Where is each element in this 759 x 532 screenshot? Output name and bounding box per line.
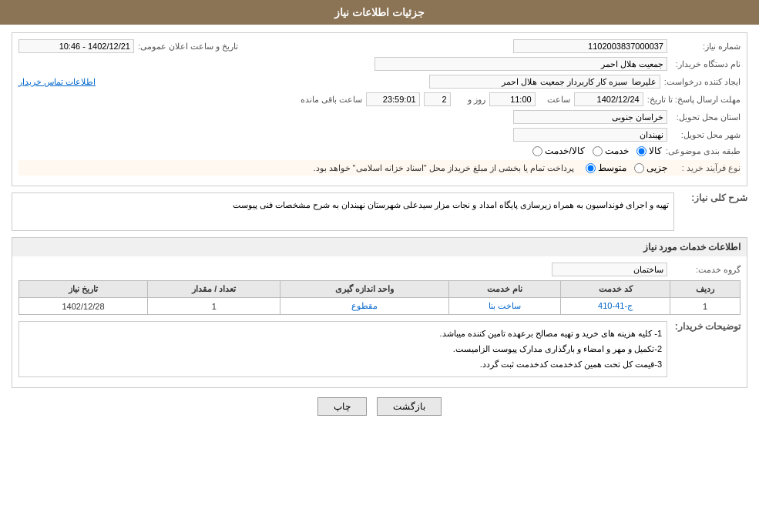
description-text: تهیه و اجرای فونداسیون به همراه زیرسازی … bbox=[233, 200, 669, 209]
process-motavasset-item: متوسط bbox=[586, 162, 626, 173]
process-jozi-item: جزیی bbox=[634, 162, 667, 173]
category-both-radio[interactable] bbox=[532, 146, 542, 156]
buyer-notes-box: 1- کلیه هزینه های خرید و تهیه مصالح برعه… bbox=[18, 321, 667, 377]
deadline-date-input[interactable] bbox=[574, 92, 643, 106]
row-need-number: شماره نیاز: تاریخ و ساعت اعلان عمومی: bbox=[18, 39, 741, 53]
services-title: اطلاعات خدمات مورد نیاز bbox=[12, 237, 747, 256]
buyer-notes-label: توضیحات خریدار: bbox=[671, 321, 741, 332]
deadline-remaining-input[interactable] bbox=[366, 92, 420, 106]
buyer-note-1: 1- کلیه هزینه های خرید و تهیه مصالح برعه… bbox=[24, 326, 662, 342]
col-code: کد خدمت bbox=[560, 281, 670, 298]
cell-name[interactable]: ساخت بنا bbox=[449, 298, 561, 315]
deadline-remaining-label: ساعت باقی مانده bbox=[293, 95, 362, 105]
requester-label: ایجاد کننده درخواست: bbox=[664, 77, 741, 87]
category-label: طبقه بندی موضوعی: bbox=[666, 146, 741, 156]
need-number-label: شماره نیاز: bbox=[671, 42, 741, 52]
category-khedmat-item: خدمت bbox=[593, 146, 629, 156]
col-row: ردیف bbox=[670, 281, 741, 298]
deadline-time-label: ساعت bbox=[539, 95, 570, 105]
services-table-section: ردیف کد خدمت نام خدمت واحد اندازه گیری ت… bbox=[18, 280, 741, 315]
process-jozi-radio[interactable] bbox=[634, 163, 644, 173]
description-label: شرح کلی نیاز: bbox=[678, 192, 747, 203]
deadline-time-input[interactable] bbox=[489, 92, 536, 106]
description-box: تهیه و اجرای فونداسیون به همراه زیرسازی … bbox=[12, 192, 674, 231]
deadline-day-label: روز و bbox=[455, 95, 485, 105]
footer-buttons: بازگشت چاپ bbox=[12, 397, 747, 416]
process-note: پرداخت تمام یا بخشی از مبلغ خریداز محل "… bbox=[313, 163, 574, 173]
province-input[interactable] bbox=[513, 110, 667, 124]
category-both-item: کالا/خدمت bbox=[532, 146, 584, 156]
process-jozi-label: جزیی bbox=[646, 162, 667, 173]
category-kala-label: کالا bbox=[649, 146, 662, 156]
page-header: جزئیات اطلاعات نیاز bbox=[0, 0, 759, 25]
col-name: نام خدمت bbox=[449, 281, 561, 298]
cell-quantity: 1 bbox=[148, 298, 280, 315]
announcement-label: تاریخ و ساعت اعلان عمومی: bbox=[138, 42, 238, 52]
buyer-note-2: 2-تکمیل و مهر و امضاء و بارگذاری مدارک پ… bbox=[24, 342, 662, 357]
col-date: تاریخ نیاز bbox=[19, 281, 148, 298]
contact-info-link[interactable]: اطلاعات تماس خریدار bbox=[18, 77, 96, 87]
print-button[interactable]: چاپ bbox=[317, 397, 367, 416]
col-unit: واحد اندازه گیری bbox=[280, 281, 449, 298]
service-group-section: گروه خدمت: ردیف کد خدمت نام خدمت واحد ان… bbox=[12, 256, 747, 388]
buyer-note-3: 3-قیمت کل تحت همین کدخدمت کدخدمت ثبت گرد… bbox=[24, 357, 662, 373]
table-header-row: ردیف کد خدمت نام خدمت واحد اندازه گیری ت… bbox=[19, 281, 741, 298]
top-info-section: شماره نیاز: تاریخ و ساعت اعلان عمومی: نا… bbox=[12, 32, 747, 186]
service-group-label: گروه خدمت: bbox=[671, 265, 741, 275]
row-province: استان محل تحویل: bbox=[18, 110, 741, 124]
row-buying-org: نام دستگاه خریدار: bbox=[18, 57, 741, 71]
province-label: استان محل تحویل: bbox=[671, 112, 741, 122]
main-content: شماره نیاز: تاریخ و ساعت اعلان عمومی: نا… bbox=[0, 25, 759, 431]
deadline-days-input[interactable] bbox=[424, 92, 451, 106]
buying-org-label: نام دستگاه خریدار: bbox=[671, 59, 741, 69]
cell-date: 1402/12/28 bbox=[19, 298, 148, 315]
row-service-group: گروه خدمت: bbox=[18, 263, 741, 276]
category-radio-group: کالا خدمت کالا/خدمت bbox=[532, 146, 661, 156]
city-input[interactable] bbox=[513, 128, 667, 142]
cell-row: 1 bbox=[670, 298, 741, 315]
category-khedmat-label: خدمت bbox=[605, 146, 629, 156]
table-row: 1 ج-41-410 ساخت بنا مقطوع 1 1402/12/28 bbox=[19, 298, 741, 315]
requester-input[interactable] bbox=[429, 75, 660, 89]
category-khedmat-radio[interactable] bbox=[593, 146, 603, 156]
cell-unit[interactable]: مقطوع bbox=[280, 298, 449, 315]
deadline-label: مهلت ارسال پاسخ: تا تاریخ: bbox=[647, 95, 741, 105]
back-button[interactable]: بازگشت bbox=[377, 397, 442, 416]
row-category: طبقه بندی موضوعی: کالا خدمت کالا/خدمت bbox=[18, 146, 741, 156]
process-motavasset-label: متوسط bbox=[598, 162, 626, 173]
page-title: جزئیات اطلاعات نیاز bbox=[334, 6, 425, 18]
page-container: جزئیات اطلاعات نیاز شماره نیاز: تاریخ و … bbox=[0, 0, 759, 532]
row-description: شرح کلی نیاز: تهیه و اجرای فونداسیون به … bbox=[12, 192, 747, 231]
col-quantity: تعداد / مقدار bbox=[148, 281, 280, 298]
category-kala-radio[interactable] bbox=[636, 146, 646, 156]
row-city: شهر محل تحویل: bbox=[18, 128, 741, 142]
process-radio-group: جزیی متوسط bbox=[586, 162, 667, 173]
process-label: نوع فرآیند خرید : bbox=[671, 163, 741, 173]
service-group-input[interactable] bbox=[552, 263, 667, 276]
process-motavasset-radio[interactable] bbox=[586, 163, 596, 173]
buying-org-input[interactable] bbox=[374, 57, 667, 71]
need-number-input[interactable] bbox=[513, 39, 667, 53]
services-table: ردیف کد خدمت نام خدمت واحد اندازه گیری ت… bbox=[18, 280, 741, 315]
category-kala-item: کالا bbox=[636, 146, 662, 156]
city-label: شهر محل تحویل: bbox=[671, 130, 741, 140]
row-deadline: مهلت ارسال پاسخ: تا تاریخ: ساعت روز و سا… bbox=[18, 92, 741, 106]
row-buyer-notes: توضیحات خریدار: 1- کلیه هزینه های خرید و… bbox=[18, 321, 741, 377]
row-process-type: نوع فرآیند خرید : جزیی متوسط پرداخت تمام… bbox=[18, 160, 741, 176]
announcement-input[interactable] bbox=[18, 39, 134, 53]
row-requester: ایجاد کننده درخواست: اطلاعات تماس خریدار bbox=[18, 75, 741, 89]
category-both-label: کالا/خدمت bbox=[545, 146, 584, 156]
cell-code[interactable]: ج-41-410 bbox=[560, 298, 670, 315]
